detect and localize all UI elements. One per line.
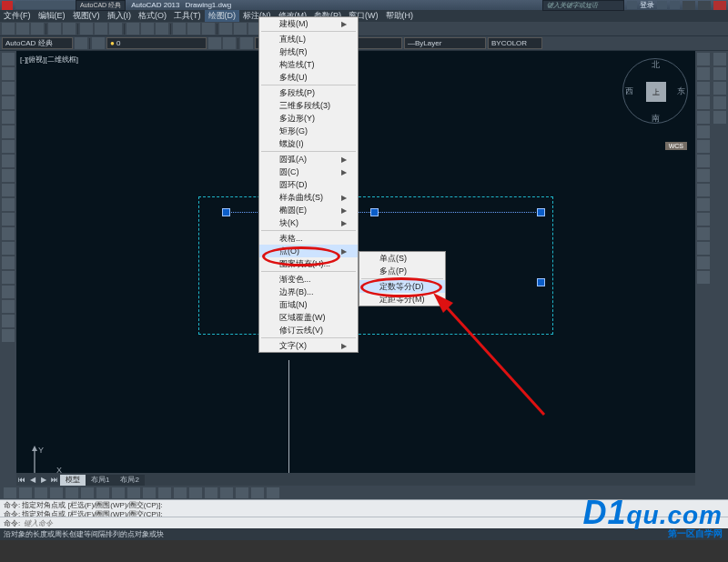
menu-item[interactable]: 三维多段线(3) xyxy=(259,99,358,112)
tb-open-icon[interactable] xyxy=(16,23,29,35)
pan-nav-icon[interactable] xyxy=(713,67,726,80)
menu-edit[interactable]: 编辑(E) xyxy=(35,10,69,22)
tab-first-icon[interactable]: ⏮ xyxy=(16,476,27,484)
tb-copy-icon[interactable] xyxy=(95,23,107,35)
menu-item[interactable]: 定距等分(M) xyxy=(359,293,445,306)
menu-help[interactable]: 帮助(H) xyxy=(382,10,418,22)
menu-item[interactable]: 区域覆盖(W) xyxy=(259,311,358,324)
menu-item[interactable]: 圆(C)▶ xyxy=(259,166,358,178)
menu-item[interactable]: 多段线(P) xyxy=(259,86,358,99)
menu-format[interactable]: 格式(O) xyxy=(135,10,170,22)
rectangle-icon[interactable] xyxy=(2,111,15,124)
search-box[interactable]: 键入关键字或短语 xyxy=(542,0,624,11)
layout-tab[interactable]: 布局2 xyxy=(115,475,144,486)
workspace-combo[interactable]: AutoCAD 经典 xyxy=(2,37,73,49)
wheel-icon[interactable] xyxy=(713,53,726,65)
tb-new-icon[interactable] xyxy=(2,23,15,35)
layout-tab[interactable]: 布局1 xyxy=(86,475,115,486)
app-icon[interactable] xyxy=(2,1,13,10)
erase-icon[interactable] xyxy=(697,53,710,65)
zoomext-icon[interactable] xyxy=(713,82,726,95)
menu-item[interactable]: 面域(N) xyxy=(259,298,358,311)
menu-draw[interactable]: 绘图(D) xyxy=(205,10,240,22)
tab-last-icon[interactable]: ⏭ xyxy=(49,476,60,484)
wcs-label[interactable]: WCS xyxy=(665,142,687,150)
bt-icon[interactable] xyxy=(50,487,63,498)
table-icon[interactable] xyxy=(2,300,15,313)
spline-icon[interactable] xyxy=(2,169,15,182)
menu-item[interactable]: 样条曲线(S)▶ xyxy=(259,191,358,204)
grip[interactable] xyxy=(371,209,378,216)
tb-redo-icon[interactable] xyxy=(156,23,168,35)
bt-icon[interactable] xyxy=(127,487,140,498)
tb-layerprop-icon[interactable] xyxy=(92,37,105,49)
tb-color-icon[interactable] xyxy=(240,37,253,49)
menu-insert[interactable]: 插入(I) xyxy=(104,10,136,22)
break-icon[interactable] xyxy=(697,213,710,226)
insert-icon[interactable] xyxy=(2,213,15,226)
qat-icon[interactable] xyxy=(56,1,66,9)
tb-match-icon[interactable] xyxy=(126,23,139,35)
explode-icon[interactable] xyxy=(697,271,710,284)
ellipsearc-icon[interactable] xyxy=(2,198,15,211)
stretch-icon[interactable] xyxy=(697,169,710,182)
menu-item[interactable]: 块(K)▶ xyxy=(259,216,358,229)
menu-item[interactable]: 构造线(T) xyxy=(259,58,358,71)
array-icon[interactable] xyxy=(697,111,710,124)
tb-preview-icon[interactable] xyxy=(63,23,76,35)
tb-properties-icon[interactable] xyxy=(219,23,232,35)
grip[interactable] xyxy=(538,279,544,286)
bt-icon[interactable] xyxy=(205,487,217,498)
gradient-icon[interactable] xyxy=(2,271,15,284)
menu-item[interactable]: 椭圆(E)▶ xyxy=(259,204,358,216)
region-icon[interactable] xyxy=(2,286,15,298)
polygon-icon[interactable] xyxy=(2,96,15,109)
bt-icon[interactable] xyxy=(96,487,109,498)
bt-icon[interactable] xyxy=(112,487,125,498)
bt-icon[interactable] xyxy=(158,487,171,498)
bt-icon[interactable] xyxy=(4,487,16,498)
xline-icon[interactable] xyxy=(2,67,15,80)
tab-prev-icon[interactable]: ◀ xyxy=(27,476,38,484)
grip[interactable] xyxy=(538,209,544,216)
viewcube-south[interactable]: 南 xyxy=(652,113,660,125)
bt-icon[interactable] xyxy=(174,487,187,498)
tb-print-icon[interactable] xyxy=(48,23,61,35)
qat-icon[interactable] xyxy=(35,1,46,9)
tb-orbit-icon[interactable] xyxy=(202,23,215,35)
menu-item[interactable]: 建模(M)▶ xyxy=(259,17,358,30)
grip[interactable] xyxy=(223,209,229,216)
menu-item[interactable]: 修订云线(V) xyxy=(259,324,358,336)
addselect-icon[interactable] xyxy=(2,329,15,342)
tb-layerprev-icon[interactable] xyxy=(223,37,236,49)
mtext-icon[interactable] xyxy=(2,315,15,327)
menu-item[interactable]: 边界(B)... xyxy=(259,286,358,298)
tb-paste-icon[interactable] xyxy=(109,23,122,35)
pline-icon[interactable] xyxy=(2,82,15,95)
tb-layeriso-icon[interactable] xyxy=(208,37,221,49)
tb-zoom-icon[interactable] xyxy=(187,23,200,35)
copy-icon[interactable] xyxy=(697,67,710,80)
bt-icon[interactable] xyxy=(267,487,279,498)
block-icon[interactable] xyxy=(2,227,15,240)
tb-pan-icon[interactable] xyxy=(173,23,186,35)
revcloud-icon[interactable] xyxy=(2,155,15,167)
bt-icon[interactable] xyxy=(35,487,47,498)
bt-icon[interactable] xyxy=(189,487,202,498)
menu-item[interactable]: 多边形(Y) xyxy=(259,112,358,125)
bt-icon[interactable] xyxy=(81,487,94,498)
viewcube-west[interactable]: 西 xyxy=(625,85,633,97)
plotstyle-combo[interactable]: BYCOLOR xyxy=(488,37,542,49)
menu-item[interactable]: 点(O)▶ xyxy=(259,245,358,257)
mirror-icon[interactable] xyxy=(697,82,710,95)
bt-icon[interactable] xyxy=(66,487,78,498)
qat-icon[interactable] xyxy=(15,1,25,9)
command-line[interactable]: 命令: xyxy=(0,517,728,528)
join-icon[interactable] xyxy=(697,227,710,240)
bt-icon[interactable] xyxy=(143,487,156,498)
scale-icon[interactable] xyxy=(697,155,710,167)
line-icon[interactable] xyxy=(2,53,15,65)
menu-item[interactable]: 表格... xyxy=(259,232,358,245)
trim-icon[interactable] xyxy=(697,184,710,196)
menu-item[interactable]: 圆弧(A)▶ xyxy=(259,153,358,166)
